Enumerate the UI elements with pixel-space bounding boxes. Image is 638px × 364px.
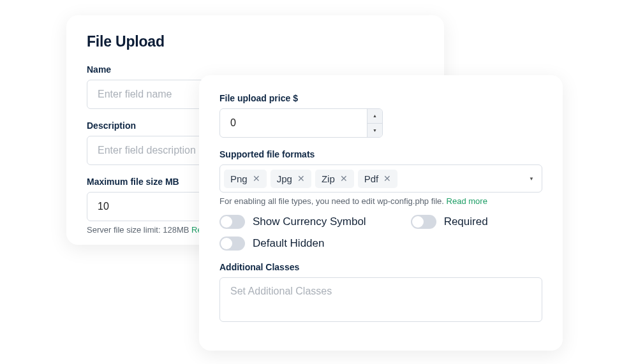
page-title: File Upload: [87, 33, 424, 50]
toggle-currency-row: Show Currency Symbol: [219, 215, 366, 229]
default-hidden-label: Default Hidden: [253, 237, 324, 250]
additional-classes-label: Additional Classes: [219, 262, 542, 272]
close-icon[interactable]: ✕: [340, 173, 348, 184]
close-icon[interactable]: ✕: [253, 173, 260, 184]
price-label: File upload price $: [219, 93, 542, 103]
required-toggle[interactable]: [411, 215, 436, 229]
stepper-down-button[interactable]: ▼: [367, 124, 382, 138]
formats-note: For enabling all file types, you need to…: [219, 196, 542, 206]
price-stepper: ▲ ▼: [367, 109, 382, 137]
price-input[interactable]: [219, 108, 383, 138]
name-label: Name: [87, 64, 424, 75]
default-hidden-toggle[interactable]: [219, 237, 245, 251]
currency-symbol-label: Show Currency Symbol: [253, 215, 366, 228]
formats-multiselect[interactable]: Png✕ Jpg✕ Zip✕ Pdf✕ ▼: [219, 164, 542, 193]
stepper-up-button[interactable]: ▲: [367, 109, 382, 124]
formats-field: Supported file formats Png✕ Jpg✕ Zip✕ Pd…: [219, 149, 542, 206]
toggle-hidden-row: Default Hidden: [219, 237, 542, 251]
currency-symbol-toggle[interactable]: [219, 215, 245, 229]
format-tag-png: Png✕: [224, 170, 267, 188]
toggle-required-row: Required: [411, 215, 488, 229]
format-tag-zip: Zip✕: [315, 170, 354, 188]
close-icon[interactable]: ✕: [297, 173, 305, 184]
read-more-link[interactable]: Read more: [447, 196, 487, 206]
price-field: File upload price $ ▲ ▼: [219, 93, 542, 138]
required-label: Required: [444, 215, 488, 228]
format-tag-jpg: Jpg✕: [271, 170, 311, 188]
additional-classes-field: Additional Classes: [219, 262, 542, 324]
formats-label: Supported file formats: [219, 149, 542, 159]
format-tag-pdf: Pdf✕: [358, 170, 398, 188]
additional-classes-input[interactable]: [219, 277, 542, 322]
chevron-down-icon: ▼: [529, 176, 534, 182]
close-icon[interactable]: ✕: [383, 173, 391, 184]
file-upload-card-secondary: File upload price $ ▲ ▼ Supported file f…: [199, 75, 563, 351]
toggle-group: Show Currency Symbol Required Default Hi…: [219, 215, 542, 251]
